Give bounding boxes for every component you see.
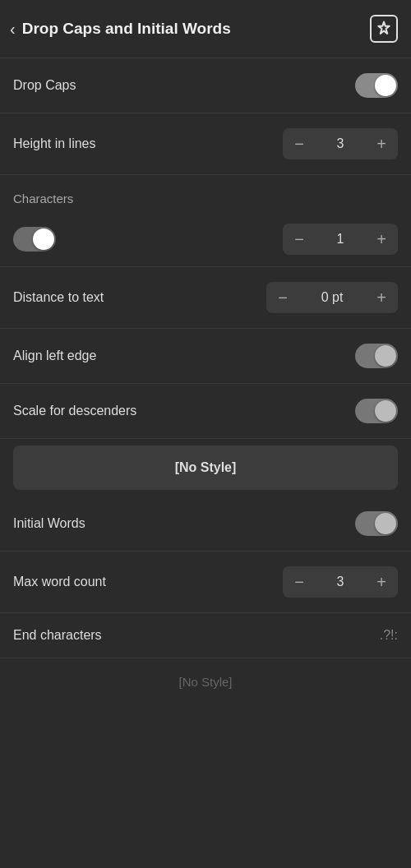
max-word-decrease-button[interactable]: − — [283, 566, 316, 598]
align-left-edge-toggle[interactable] — [355, 344, 398, 368]
initial-words-label: Initial Words — [13, 516, 85, 531]
no-style-muted[interactable]: [No Style] — [0, 658, 411, 705]
characters-stepper: − 1 + — [283, 224, 398, 255]
scale-for-descenders-label: Scale for descenders — [13, 404, 136, 418]
height-in-lines-label: Height in lines — [13, 136, 96, 151]
initial-words-row: Initial Words — [0, 496, 411, 552]
scale-for-descenders-knob — [375, 400, 396, 422]
distance-to-text-value: 0 pt — [299, 282, 365, 313]
initial-words-toggle[interactable] — [355, 511, 398, 536]
scale-for-descenders-toggle[interactable] — [355, 399, 398, 423]
distance-to-text-row: Distance to text − 0 pt + — [0, 267, 411, 329]
back-button[interactable]: ‹ — [10, 20, 16, 39]
scale-for-descenders-row: Scale for descenders — [0, 384, 411, 439]
align-left-edge-knob — [375, 345, 396, 367]
drop-caps-row: Drop Caps — [0, 58, 411, 113]
end-characters-value[interactable]: .?!: — [380, 628, 398, 643]
align-left-edge-label: Align left edge — [13, 349, 96, 363]
height-decrease-button[interactable]: − — [283, 128, 316, 159]
pin-button[interactable] — [370, 15, 398, 43]
drop-caps-toggle-knob — [375, 75, 396, 96]
characters-row: − 1 + — [0, 212, 411, 267]
characters-decrease-button[interactable]: − — [283, 224, 316, 255]
no-style-section: [No Style] — [0, 446, 411, 490]
max-word-count-stepper: − 3 + — [283, 566, 398, 598]
max-word-count-row: Max word count − 3 + — [0, 552, 411, 613]
distance-decrease-button[interactable]: − — [266, 282, 299, 313]
max-word-count-value: 3 — [316, 566, 365, 598]
no-style-button[interactable]: [No Style] — [13, 446, 398, 490]
end-characters-row: End characters .?!: — [0, 613, 411, 658]
drop-caps-label: Drop Caps — [13, 78, 76, 93]
header-left: ‹ Drop Caps and Initial Words — [10, 20, 231, 39]
end-characters-label: End characters — [13, 628, 102, 643]
height-in-lines-value: 3 — [316, 128, 365, 159]
max-word-count-label: Max word count — [13, 575, 106, 589]
distance-increase-button[interactable]: + — [365, 282, 398, 313]
page-title: Drop Caps and Initial Words — [22, 20, 231, 38]
drop-caps-toggle[interactable] — [355, 73, 398, 98]
header: ‹ Drop Caps and Initial Words — [0, 0, 411, 58]
characters-count-value: 1 — [316, 224, 365, 255]
height-in-lines-stepper: − 3 + — [283, 128, 398, 159]
height-in-lines-row: Height in lines − 3 + — [0, 113, 411, 175]
initial-words-knob — [375, 513, 396, 534]
max-word-increase-button[interactable]: + — [365, 566, 398, 598]
characters-toggle-knob — [33, 229, 54, 250]
characters-increase-button[interactable]: + — [365, 224, 398, 255]
characters-section-header: Characters — [0, 175, 411, 212]
align-left-edge-row: Align left edge — [0, 329, 411, 384]
characters-toggle[interactable] — [13, 227, 56, 252]
distance-to-text-label: Distance to text — [13, 290, 104, 305]
distance-stepper: − 0 pt + — [266, 282, 398, 313]
height-increase-button[interactable]: + — [365, 128, 398, 159]
